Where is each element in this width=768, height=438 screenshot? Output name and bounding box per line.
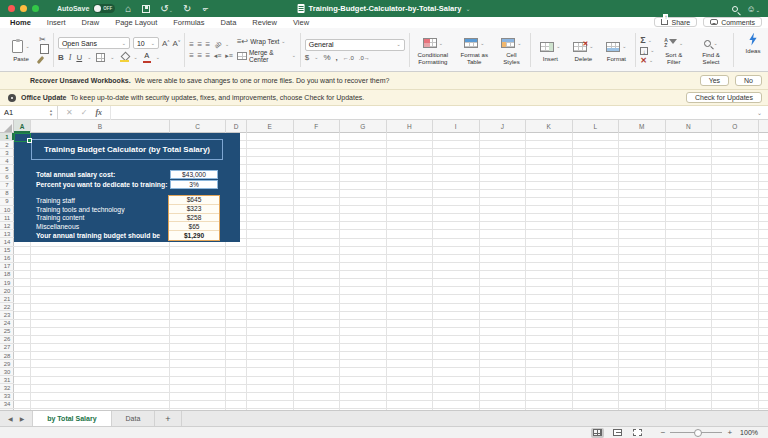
feedback-smiley-icon[interactable]: ☺⌄: [747, 4, 760, 14]
italic-button[interactable]: I: [69, 54, 72, 62]
share-button[interactable]: Share: [654, 17, 697, 27]
add-sheet-button[interactable]: +: [155, 411, 181, 426]
align-left-button[interactable]: ≡: [189, 52, 193, 60]
output-cell-4[interactable]: $65: [169, 222, 219, 231]
column-header-i[interactable]: I: [433, 120, 480, 133]
number-format-select[interactable]: General⌄: [305, 39, 405, 51]
normal-view-button[interactable]: [591, 428, 604, 438]
ideas-button[interactable]: Ideas: [738, 30, 768, 70]
expand-formula-bar-icon[interactable]: ⌄: [757, 109, 762, 116]
menu-tab-formulas[interactable]: Formulas: [173, 18, 204, 28]
fill-color-button[interactable]: [120, 53, 129, 62]
check-for-updates-button[interactable]: Check for Updates: [686, 92, 762, 103]
search-icon[interactable]: [732, 6, 738, 12]
output-cell-1[interactable]: $645: [169, 196, 219, 205]
cancel-entry-icon[interactable]: ✕: [66, 108, 73, 117]
row-header-21[interactable]: 21: [0, 295, 14, 303]
recover-no-button[interactable]: No: [735, 75, 762, 86]
row-header-9[interactable]: 9: [0, 198, 14, 206]
find-select-button[interactable]: ⌄ Find & Select: [693, 34, 729, 66]
row-header-10[interactable]: 10: [0, 206, 14, 214]
menu-tab-insert[interactable]: Insert: [47, 18, 66, 28]
home-icon[interactable]: ⌂: [125, 0, 131, 17]
column-header-c[interactable]: C: [170, 120, 226, 133]
minimize-window-button[interactable]: [20, 5, 27, 12]
name-box-stepper[interactable]: ▲▼: [49, 109, 53, 116]
page-layout-view-button[interactable]: [611, 428, 624, 438]
close-window-button[interactable]: [8, 5, 15, 12]
row-header-23[interactable]: 23: [0, 311, 14, 319]
row-header-16[interactable]: 16: [0, 255, 14, 263]
row-header-12[interactable]: 12: [0, 222, 14, 230]
output-cell-2[interactable]: $323: [169, 205, 219, 214]
confirm-entry-icon[interactable]: ✓: [81, 108, 88, 117]
menu-tab-review[interactable]: Review: [252, 18, 277, 28]
font-size-select[interactable]: 10⌄: [133, 37, 159, 49]
row-header-3[interactable]: 3: [0, 149, 14, 157]
column-header-b[interactable]: B: [31, 120, 170, 133]
row-header-5[interactable]: 5: [0, 165, 14, 173]
select-all-corner[interactable]: [0, 120, 14, 133]
format-cells-button[interactable]: ⌄ Format: [601, 38, 631, 63]
row-header-2[interactable]: 2: [0, 141, 14, 149]
undo-icon[interactable]: ↺⌄: [160, 0, 173, 17]
row-header-29[interactable]: 29: [0, 360, 14, 368]
row-header-11[interactable]: 11: [0, 214, 14, 222]
column-header-n[interactable]: N: [666, 120, 713, 133]
column-header-o[interactable]: O: [712, 120, 759, 133]
column-header-l[interactable]: L: [573, 120, 620, 133]
redo-icon[interactable]: ↻: [183, 0, 191, 17]
bold-button[interactable]: B: [58, 54, 64, 62]
row-header-18[interactable]: 18: [0, 271, 14, 279]
decrease-decimal-button[interactable]: .0→: [359, 55, 370, 61]
row-header-24[interactable]: 24: [0, 320, 14, 328]
column-header-j[interactable]: J: [480, 120, 527, 133]
zoom-out-button[interactable]: −: [661, 428, 666, 437]
page-break-view-button[interactable]: [631, 428, 644, 438]
increase-font-size-button[interactable]: A˄: [162, 39, 170, 48]
align-middle-button[interactable]: ≡: [197, 41, 201, 49]
column-header-g[interactable]: G: [340, 120, 387, 133]
align-center-button[interactable]: ≡: [197, 52, 201, 60]
column-header-h[interactable]: H: [387, 120, 434, 133]
paste-button[interactable]: ⌄ Paste: [6, 38, 36, 63]
menu-tab-home[interactable]: Home: [10, 18, 31, 28]
cell-styles-button[interactable]: ⌄ Cell Styles: [496, 34, 526, 66]
column-header-k[interactable]: K: [526, 120, 573, 133]
wrap-text-button[interactable]: ≡↩Wrap Text⌄: [237, 38, 296, 46]
align-bottom-button[interactable]: ≡: [206, 41, 210, 49]
merge-center-button[interactable]: Merge & Center⌄: [237, 49, 296, 63]
document-title-group[interactable]: Training-Budget-Calculator-by-Total-Sala…: [298, 4, 471, 13]
row-header-8[interactable]: 8: [0, 190, 14, 198]
row-header-32[interactable]: 32: [0, 384, 14, 392]
orientation-button[interactable]: ab: [212, 39, 222, 49]
column-header-d[interactable]: D: [226, 120, 247, 133]
font-name-select[interactable]: Open Sans⌄: [58, 37, 130, 49]
name-box[interactable]: A1 ▲▼: [0, 106, 58, 120]
row-header-1[interactable]: 1: [0, 133, 14, 141]
format-as-table-button[interactable]: ⌄ Format as Table: [455, 34, 493, 66]
row-header-4[interactable]: 4: [0, 157, 14, 165]
column-header-e[interactable]: E: [247, 120, 294, 133]
comments-button[interactable]: Comments: [703, 17, 762, 27]
row-header-26[interactable]: 26: [0, 336, 14, 344]
menu-tab-view[interactable]: View: [293, 18, 309, 28]
zoom-slider-knob[interactable]: [694, 429, 702, 437]
align-top-button[interactable]: ≡: [189, 41, 193, 49]
column-header-a[interactable]: A: [14, 120, 31, 133]
borders-button[interactable]: [96, 53, 105, 62]
autosum-icon[interactable]: Σ: [640, 36, 645, 45]
row-header-33[interactable]: 33: [0, 393, 14, 401]
input-cell-1[interactable]: $43,000: [170, 170, 218, 179]
delete-cells-button[interactable]: ⌄ Delete: [568, 38, 598, 63]
row-header-30[interactable]: 30: [0, 368, 14, 376]
increase-indent-button[interactable]: ▸≡: [225, 52, 233, 60]
menu-tab-page-layout[interactable]: Page Layout: [115, 18, 157, 28]
zoom-slider[interactable]: [670, 432, 722, 433]
row-header-22[interactable]: 22: [0, 303, 14, 311]
ribbon-options-icon[interactable]: ⌄̶: [201, 0, 208, 17]
column-header-f[interactable]: F: [294, 120, 341, 133]
save-icon[interactable]: [142, 5, 150, 13]
row-header-6[interactable]: 6: [0, 174, 14, 182]
increase-decimal-button[interactable]: ←.0: [343, 55, 354, 61]
